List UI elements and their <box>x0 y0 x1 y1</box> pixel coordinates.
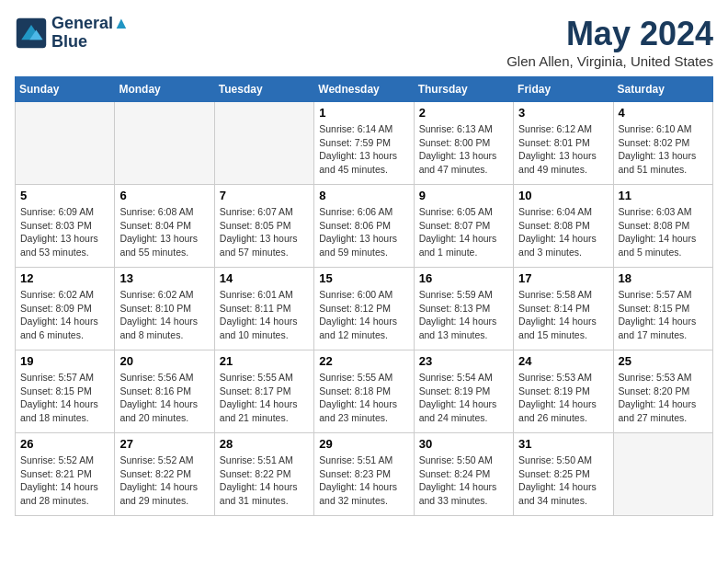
day-number: 20 <box>119 354 209 368</box>
day-info: Sunrise: 5:53 AM Sunset: 8:20 PM Dayligh… <box>619 371 708 425</box>
main-title: May 2024 <box>506 15 713 53</box>
calendar-day-cell: 25Sunrise: 5:53 AM Sunset: 8:20 PM Dayli… <box>613 350 712 433</box>
day-number: 16 <box>419 271 508 285</box>
day-info: Sunrise: 5:57 AM Sunset: 8:15 PM Dayligh… <box>619 288 708 342</box>
day-number: 28 <box>220 437 309 451</box>
calendar-day-cell: 15Sunrise: 6:00 AM Sunset: 8:12 PM Dayli… <box>314 268 414 350</box>
day-info: Sunrise: 5:50 AM Sunset: 8:24 PM Dayligh… <box>419 454 508 508</box>
calendar-day-cell: 27Sunrise: 5:52 AM Sunset: 8:22 PM Dayli… <box>115 433 214 516</box>
day-info: Sunrise: 5:51 AM Sunset: 8:22 PM Dayligh… <box>220 454 309 508</box>
day-number: 24 <box>518 354 608 368</box>
calendar-day-cell: 23Sunrise: 5:54 AM Sunset: 8:19 PM Dayli… <box>414 350 513 433</box>
calendar-day-cell: 29Sunrise: 5:51 AM Sunset: 8:23 PM Dayli… <box>314 433 414 516</box>
calendar-day-cell <box>16 102 115 185</box>
calendar-day-header: Friday <box>514 77 613 102</box>
day-info: Sunrise: 6:13 AM Sunset: 8:00 PM Dayligh… <box>419 122 508 177</box>
day-info: Sunrise: 5:51 AM Sunset: 8:23 PM Dayligh… <box>319 454 408 508</box>
calendar-week-row: 12Sunrise: 6:02 AM Sunset: 8:09 PM Dayli… <box>16 268 713 350</box>
calendar-day-cell: 31Sunrise: 5:50 AM Sunset: 8:25 PM Dayli… <box>514 433 613 516</box>
calendar-day-cell: 22Sunrise: 5:55 AM Sunset: 8:18 PM Dayli… <box>314 350 414 433</box>
day-number: 17 <box>518 271 608 285</box>
day-number: 23 <box>419 354 508 368</box>
day-info: Sunrise: 5:59 AM Sunset: 8:13 PM Dayligh… <box>419 288 508 342</box>
day-info: Sunrise: 5:53 AM Sunset: 8:19 PM Dayligh… <box>518 371 608 425</box>
calendar-day-cell: 19Sunrise: 5:57 AM Sunset: 8:15 PM Dayli… <box>16 350 115 433</box>
logo-icon <box>15 17 48 50</box>
day-info: Sunrise: 5:55 AM Sunset: 8:18 PM Dayligh… <box>319 371 408 425</box>
calendar-day-cell: 17Sunrise: 5:58 AM Sunset: 8:14 PM Dayli… <box>514 268 613 350</box>
day-number: 10 <box>518 189 608 202</box>
day-number: 18 <box>619 271 708 285</box>
day-number: 30 <box>419 437 508 451</box>
day-number: 13 <box>119 271 209 285</box>
calendar-day-cell: 16Sunrise: 5:59 AM Sunset: 8:13 PM Dayli… <box>414 268 513 350</box>
day-info: Sunrise: 6:05 AM Sunset: 8:07 PM Dayligh… <box>419 205 508 259</box>
calendar-day-cell: 9Sunrise: 6:05 AM Sunset: 8:07 PM Daylig… <box>414 185 513 268</box>
day-number: 1 <box>319 106 408 120</box>
calendar-day-header: Saturday <box>613 77 712 102</box>
calendar-day-cell: 28Sunrise: 5:51 AM Sunset: 8:22 PM Dayli… <box>214 433 313 516</box>
day-number: 8 <box>319 189 408 202</box>
day-info: Sunrise: 6:01 AM Sunset: 8:11 PM Dayligh… <box>220 288 309 342</box>
page-header: General▲ Blue May 2024 Glen Allen, Virgi… <box>15 15 713 69</box>
calendar-day-cell: 11Sunrise: 6:03 AM Sunset: 8:08 PM Dayli… <box>613 185 712 268</box>
calendar-day-cell: 4Sunrise: 6:10 AM Sunset: 8:02 PM Daylig… <box>613 102 712 185</box>
day-info: Sunrise: 5:54 AM Sunset: 8:19 PM Dayligh… <box>419 371 508 425</box>
day-number: 27 <box>119 437 209 451</box>
day-info: Sunrise: 6:08 AM Sunset: 8:04 PM Dayligh… <box>119 205 209 259</box>
day-info: Sunrise: 6:09 AM Sunset: 8:03 PM Dayligh… <box>20 205 109 259</box>
calendar-day-header: Monday <box>115 77 214 102</box>
calendar-week-row: 1Sunrise: 6:14 AM Sunset: 7:59 PM Daylig… <box>16 102 713 185</box>
calendar-day-cell: 18Sunrise: 5:57 AM Sunset: 8:15 PM Dayli… <box>613 268 712 350</box>
day-info: Sunrise: 5:52 AM Sunset: 8:21 PM Dayligh… <box>20 454 109 508</box>
day-info: Sunrise: 5:56 AM Sunset: 8:16 PM Dayligh… <box>119 371 209 425</box>
day-info: Sunrise: 6:03 AM Sunset: 8:08 PM Dayligh… <box>619 205 708 259</box>
subtitle: Glen Allen, Virginia, United States <box>506 53 713 69</box>
day-info: Sunrise: 5:55 AM Sunset: 8:17 PM Dayligh… <box>220 371 309 425</box>
day-info: Sunrise: 6:02 AM Sunset: 8:09 PM Dayligh… <box>20 288 109 342</box>
day-number: 3 <box>518 106 608 120</box>
calendar-day-cell: 24Sunrise: 5:53 AM Sunset: 8:19 PM Dayli… <box>514 350 613 433</box>
day-number: 7 <box>220 189 309 202</box>
calendar-day-cell: 13Sunrise: 6:02 AM Sunset: 8:10 PM Dayli… <box>115 268 214 350</box>
calendar-day-header: Wednesday <box>314 77 414 102</box>
calendar-header-row: SundayMondayTuesdayWednesdayThursdayFrid… <box>16 77 713 102</box>
day-info: Sunrise: 5:58 AM Sunset: 8:14 PM Dayligh… <box>518 288 608 342</box>
calendar-week-row: 26Sunrise: 5:52 AM Sunset: 8:21 PM Dayli… <box>16 433 713 516</box>
calendar-day-header: Thursday <box>414 77 513 102</box>
day-info: Sunrise: 6:12 AM Sunset: 8:01 PM Dayligh… <box>518 122 608 177</box>
day-number: 6 <box>119 189 209 202</box>
day-number: 9 <box>419 189 508 202</box>
calendar-day-cell: 3Sunrise: 6:12 AM Sunset: 8:01 PM Daylig… <box>514 102 613 185</box>
day-number: 15 <box>319 271 408 285</box>
day-number: 12 <box>20 271 109 285</box>
calendar-day-cell: 14Sunrise: 6:01 AM Sunset: 8:11 PM Dayli… <box>214 268 313 350</box>
day-number: 5 <box>20 189 109 202</box>
calendar-day-cell: 7Sunrise: 6:07 AM Sunset: 8:05 PM Daylig… <box>214 185 313 268</box>
day-info: Sunrise: 5:57 AM Sunset: 8:15 PM Dayligh… <box>20 371 109 425</box>
day-info: Sunrise: 6:00 AM Sunset: 8:12 PM Dayligh… <box>319 288 408 342</box>
day-info: Sunrise: 6:10 AM Sunset: 8:02 PM Dayligh… <box>619 122 708 177</box>
calendar-day-header: Tuesday <box>214 77 313 102</box>
day-info: Sunrise: 5:52 AM Sunset: 8:22 PM Dayligh… <box>119 454 209 508</box>
calendar-day-cell <box>613 433 712 516</box>
calendar-day-cell: 26Sunrise: 5:52 AM Sunset: 8:21 PM Dayli… <box>16 433 115 516</box>
day-number: 14 <box>220 271 309 285</box>
calendar-day-cell: 10Sunrise: 6:04 AM Sunset: 8:08 PM Dayli… <box>514 185 613 268</box>
calendar-day-cell: 8Sunrise: 6:06 AM Sunset: 8:06 PM Daylig… <box>314 185 414 268</box>
day-number: 31 <box>518 437 608 451</box>
calendar-day-header: Sunday <box>16 77 115 102</box>
day-info: Sunrise: 6:06 AM Sunset: 8:06 PM Dayligh… <box>319 205 408 259</box>
day-number: 29 <box>319 437 408 451</box>
calendar-day-cell: 12Sunrise: 6:02 AM Sunset: 8:09 PM Dayli… <box>16 268 115 350</box>
day-info: Sunrise: 5:50 AM Sunset: 8:25 PM Dayligh… <box>518 454 608 508</box>
day-number: 11 <box>619 189 708 202</box>
logo: General▲ Blue <box>15 15 130 52</box>
calendar-table: SundayMondayTuesdayWednesdayThursdayFrid… <box>15 76 713 516</box>
calendar-day-cell: 21Sunrise: 5:55 AM Sunset: 8:17 PM Dayli… <box>214 350 313 433</box>
day-number: 26 <box>20 437 109 451</box>
day-info: Sunrise: 6:14 AM Sunset: 7:59 PM Dayligh… <box>319 122 408 177</box>
calendar-day-cell: 20Sunrise: 5:56 AM Sunset: 8:16 PM Dayli… <box>115 350 214 433</box>
day-info: Sunrise: 6:07 AM Sunset: 8:05 PM Dayligh… <box>220 205 309 259</box>
calendar-day-cell <box>115 102 214 185</box>
